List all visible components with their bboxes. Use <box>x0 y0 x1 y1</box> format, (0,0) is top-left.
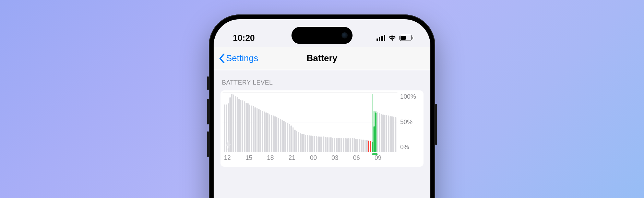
chart-bar <box>258 109 260 152</box>
chart-bar <box>321 136 323 152</box>
chart-bar <box>395 117 396 152</box>
chart-bar <box>265 112 267 152</box>
chart-bar <box>254 107 256 152</box>
chart-bar <box>287 123 288 152</box>
chart-bar <box>242 100 243 152</box>
chart-bar <box>294 130 296 152</box>
chart-bar <box>273 116 274 152</box>
x-tick: 18 <box>267 154 289 165</box>
chart-bar <box>260 110 261 152</box>
battery-chart[interactable]: 1215182100030609 100%50%0% <box>220 90 424 167</box>
chart-bar <box>326 137 328 152</box>
chart-bar <box>348 138 349 152</box>
chart-bar <box>330 137 332 152</box>
content-area: BATTERY LEVEL 1215182100030609 100%50%0% <box>214 70 430 167</box>
x-tick: 00 <box>310 154 332 165</box>
chart-bar <box>337 138 339 153</box>
chart-bar <box>310 135 312 152</box>
chart-bar <box>381 114 382 152</box>
chart-bar <box>298 132 299 153</box>
chart-bar <box>372 142 373 152</box>
chart-bar <box>280 119 281 152</box>
chart-bar <box>355 139 357 152</box>
chart-bar <box>309 135 310 152</box>
chart-bar <box>379 113 380 152</box>
chart-bar <box>257 108 258 152</box>
chart-bar <box>345 138 346 152</box>
chart-bar <box>282 120 283 152</box>
chart-bar <box>251 106 252 152</box>
chart-bar <box>368 141 369 152</box>
navigation-bar: Settings Battery <box>214 47 430 70</box>
chart-bar <box>365 140 366 152</box>
side-button <box>207 131 209 157</box>
phone-frame: 10:20 Settings Battery <box>209 14 435 198</box>
y-axis: 100%50%0% <box>400 92 419 165</box>
chart-bar <box>334 138 335 153</box>
chart-bar <box>269 114 270 153</box>
x-tick: 15 <box>246 154 267 165</box>
chart-bar <box>237 97 238 152</box>
chart-bar <box>343 138 344 152</box>
chart-bar <box>390 116 391 152</box>
chart-bar <box>307 135 308 152</box>
chart-bar <box>296 131 297 152</box>
y-tick: 50% <box>400 119 419 126</box>
chart-bar <box>370 141 371 152</box>
chart-bar <box>388 116 389 152</box>
side-button <box>207 76 209 90</box>
chart-bar <box>382 114 384 153</box>
chart-bar <box>339 138 341 153</box>
chart-bar <box>290 125 292 152</box>
chart-bar <box>375 112 377 152</box>
chart-bar <box>373 126 375 153</box>
chart-bar <box>249 104 251 152</box>
chart-bar <box>240 100 241 152</box>
chart-bar <box>289 124 290 152</box>
chart-bar <box>332 138 333 153</box>
chart-bar <box>319 136 321 152</box>
chart-bar <box>267 113 269 152</box>
chart-bar <box>341 138 342 153</box>
page-title: Battery <box>307 53 337 64</box>
chart-bar <box>274 116 276 152</box>
y-tick: 100% <box>400 93 419 100</box>
y-tick: 0% <box>400 144 419 151</box>
x-tick: 09 <box>374 154 396 165</box>
x-tick: 21 <box>288 154 310 165</box>
chart-bar <box>366 140 368 152</box>
chart-bar <box>264 111 265 152</box>
back-label: Settings <box>226 53 258 64</box>
chart-bar <box>293 127 294 152</box>
chart-bar <box>301 134 303 152</box>
chart-bar <box>384 115 385 152</box>
x-tick: 03 <box>332 154 353 165</box>
side-button <box>435 104 437 145</box>
chart-bar <box>346 138 348 152</box>
chart-bar <box>393 117 395 152</box>
chart-bar <box>391 116 393 152</box>
side-button <box>207 99 209 124</box>
chart-bar <box>377 112 378 152</box>
chart-bar <box>325 137 326 152</box>
battery-icon <box>399 35 413 41</box>
chart-bar <box>262 111 263 152</box>
chart-bar <box>352 138 353 152</box>
chart-bar <box>246 103 247 153</box>
chart-bar <box>318 136 319 152</box>
chart-bar <box>238 99 240 152</box>
chart-bar <box>314 136 315 152</box>
screen: 10:20 Settings Battery <box>214 19 430 198</box>
chart-bar <box>357 139 359 152</box>
chart-bar <box>336 138 337 153</box>
back-button[interactable]: Settings <box>219 53 258 64</box>
chart-bar <box>233 95 234 152</box>
status-time: 10:20 <box>233 33 255 43</box>
chart-bar <box>359 139 360 152</box>
dynamic-island <box>291 27 353 44</box>
chart-bar <box>271 115 272 152</box>
chart-bar <box>303 134 305 152</box>
wifi-icon <box>388 35 396 41</box>
chart-bar <box>235 96 236 152</box>
chart-bar <box>244 101 245 152</box>
